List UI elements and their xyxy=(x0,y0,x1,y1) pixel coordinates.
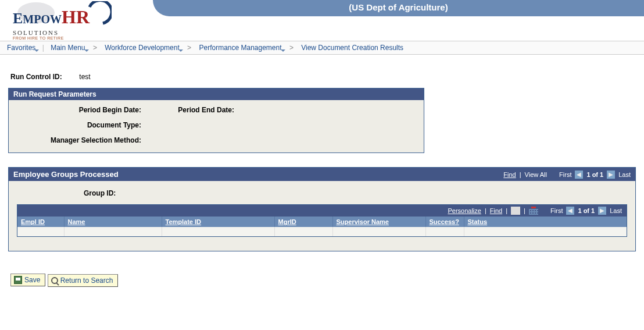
toolbar-separator: | xyxy=(524,207,525,214)
chevron-right-icon: > xyxy=(90,44,101,52)
run-request-parameters-box: Run Request Parameters Period Begin Date… xyxy=(8,88,424,153)
groups-title: Employee Groups Processed xyxy=(13,170,503,179)
save-button-label: Save xyxy=(24,276,40,284)
col-name[interactable]: Name xyxy=(64,217,162,227)
save-button[interactable]: Save xyxy=(10,274,45,286)
breadcrumb-main-menu[interactable]: Main Menu xyxy=(48,44,87,52)
grid-find-link[interactable]: Find xyxy=(490,207,502,214)
toolbar-separator: | xyxy=(506,207,507,214)
run-control-label: Run Control ID: xyxy=(10,73,77,81)
toolbar-separator: | xyxy=(485,207,486,214)
grid-personalize-link[interactable]: Personalize xyxy=(448,207,481,214)
document-type-label: Document Type: xyxy=(87,121,141,129)
cell-mgr xyxy=(274,227,332,236)
breadcrumb-item-0[interactable]: Workforce Development xyxy=(102,44,182,52)
manager-selection-label: Manager Selection Method: xyxy=(51,136,141,144)
col-supervisor-name[interactable]: Supervisor Name xyxy=(332,217,425,227)
groups-prev-icon[interactable]: ◀ xyxy=(575,171,583,179)
col-template-id[interactable]: Template ID xyxy=(162,217,274,227)
breadcrumb-divider: | xyxy=(40,44,46,52)
col-empl-id[interactable]: Empl ID xyxy=(17,217,64,227)
period-begin-label: Period Begin Date: xyxy=(79,106,141,114)
run-control-row: Run Control ID: test xyxy=(8,69,636,88)
nav-separator: | xyxy=(520,171,521,178)
search-icon xyxy=(51,277,58,284)
cell-succ xyxy=(425,227,464,236)
run-control-value: test xyxy=(79,73,90,81)
grid-toolbar: Personalize | Find | | First ◀ 1 of 1 ▶ … xyxy=(17,205,627,217)
col-status[interactable]: Status xyxy=(464,217,627,227)
logo: EMPOWHR SOLUTIONS FROM HIRE TO RETIRE xyxy=(13,1,112,40)
groups-viewall-link[interactable]: View All xyxy=(525,171,547,178)
logo-subtitle: SOLUTIONS xyxy=(13,29,112,36)
groups-nav: Find | View All First ◀ 1 of 1 ▶ Last xyxy=(503,171,631,179)
results-grid: Personalize | Find | | First ◀ 1 of 1 ▶ … xyxy=(17,204,627,237)
cell-status xyxy=(464,227,627,236)
return-to-search-button[interactable]: Return to Search xyxy=(48,274,119,287)
groups-next-icon[interactable]: ▶ xyxy=(607,171,615,179)
period-end-label: Period End Date: xyxy=(178,106,234,114)
group-id-row: Group ID: xyxy=(17,189,627,197)
save-icon xyxy=(14,276,22,284)
results-table: Empl ID Name Template ID MgrID Superviso… xyxy=(17,217,627,236)
logo-image: EMPOWHR xyxy=(13,1,112,30)
table-row xyxy=(17,227,627,236)
cell-sup xyxy=(332,227,425,236)
groups-header: Employee Groups Processed Find | View Al… xyxy=(9,168,635,181)
grid-last-label: Last xyxy=(610,207,622,214)
groups-counter: 1 of 1 xyxy=(586,171,603,178)
breadcrumb-favorites[interactable]: Favorites xyxy=(5,44,38,52)
params-row-3: Manager Selection Method: xyxy=(13,136,419,144)
page-content: Run Control ID: test Run Request Paramet… xyxy=(0,55,644,301)
groups-first-label: First xyxy=(559,171,571,178)
header-banner: (US Dept of Agriculture) EMPOWHR SOLUTIO… xyxy=(0,0,644,41)
employee-groups-box: Employee Groups Processed Find | View Al… xyxy=(8,167,636,251)
col-success[interactable]: Success? xyxy=(425,217,464,227)
params-body: Period Begin Date: Period End Date: Docu… xyxy=(9,100,424,152)
download-icon[interactable] xyxy=(529,207,538,215)
params-row-2: Document Type: xyxy=(13,121,419,129)
grid-next-icon[interactable]: ▶ xyxy=(598,207,606,215)
params-row-1: Period Begin Date: Period End Date: xyxy=(13,106,419,114)
groups-last-label: Last xyxy=(618,171,631,178)
return-button-label: Return to Search xyxy=(60,276,113,285)
groups-find-link[interactable]: Find xyxy=(503,171,516,178)
col-mgr-id[interactable]: MgrID xyxy=(274,217,332,227)
breadcrumb-item-1[interactable]: Performance Management xyxy=(196,44,284,52)
table-header-row: Empl ID Name Template ID MgrID Superviso… xyxy=(17,217,627,227)
grid-first-label: First xyxy=(550,207,563,214)
groups-body: Group ID: Personalize | Find | | First ◀… xyxy=(9,181,635,251)
group-id-label: Group ID: xyxy=(84,189,116,197)
zoom-icon[interactable] xyxy=(511,207,520,215)
banner-background: (US Dept of Agriculture) xyxy=(153,0,644,16)
cell-empl xyxy=(17,227,64,236)
breadcrumb: Favorites | Main Menu > Workforce Develo… xyxy=(0,41,644,55)
cell-name xyxy=(64,227,162,236)
chevron-right-icon: > xyxy=(184,44,195,52)
grid-prev-icon[interactable]: ◀ xyxy=(566,207,574,215)
logo-tagline: FROM HIRE TO RETIRE xyxy=(13,36,112,40)
params-header: Run Request Parameters xyxy=(9,88,424,100)
cell-tmpl xyxy=(162,227,274,236)
breadcrumb-item-2[interactable]: View Document Creation Results xyxy=(299,44,406,52)
button-row: Save Return to Search xyxy=(8,274,636,287)
chevron-right-icon: > xyxy=(286,44,297,52)
grid-counter: 1 of 1 xyxy=(578,207,595,214)
org-title: (US Dept of Agriculture) xyxy=(153,0,644,12)
